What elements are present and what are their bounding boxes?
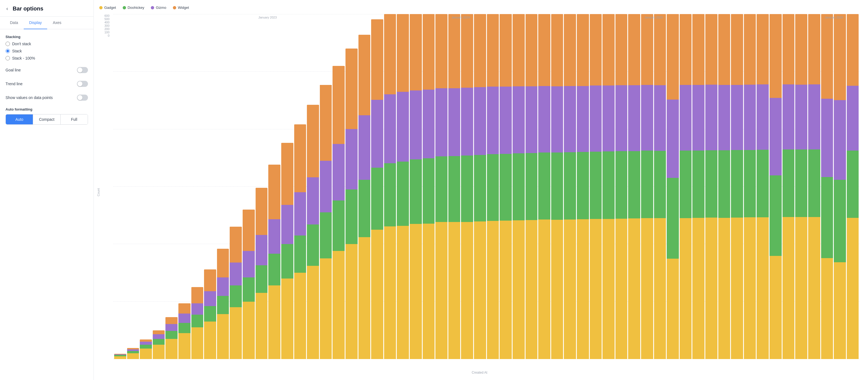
bar-stack [538, 14, 550, 359]
chart-area: GadgetDoohickeyGizmoWidget Count 6005004… [94, 0, 868, 380]
bar-stack [423, 14, 435, 359]
bar-wrapper [538, 14, 550, 359]
bar-segment-gadget [602, 219, 615, 359]
bar-wrapper [718, 14, 731, 359]
bar-wrapper [487, 14, 499, 359]
bar-wrapper [834, 14, 846, 359]
bar-segment-doohickey [770, 176, 782, 256]
bar-wrapper [500, 14, 512, 359]
legend-dot-gadget [99, 6, 102, 9]
bar-segment-gizmo [538, 86, 550, 153]
tab-data[interactable]: Data [4, 17, 24, 29]
legend-dot-doohickey [123, 6, 126, 9]
radio-stack-input[interactable] [5, 49, 10, 53]
radio-stack-100[interactable]: Stack - 100% [5, 56, 88, 60]
bar-segment-widget [307, 105, 319, 177]
trend-line-label: Trend line [5, 82, 23, 86]
x-label: January 2023 [258, 16, 277, 19]
bar-segment-gizmo [333, 144, 345, 200]
bar-wrapper [602, 14, 615, 359]
radio-dont-stack[interactable]: Don't stack [5, 42, 88, 46]
bar-segment-gizmo [628, 85, 640, 151]
radio-dont-stack-label: Don't stack [12, 42, 31, 46]
radio-dont-stack-input[interactable] [5, 42, 10, 46]
bar-segment-gizmo [397, 92, 409, 162]
radio-stack-100-input[interactable] [5, 56, 10, 60]
bar-stack [526, 14, 538, 359]
stacking-section: Stacking Don't stack Stack Stack - 100% [5, 35, 88, 60]
bar-segment-gizmo [461, 88, 473, 156]
bar-stack [127, 348, 139, 359]
bar-segment-gizmo [667, 100, 679, 178]
bar-segment-doohickey [628, 151, 640, 218]
format-compact-button[interactable]: Compact [33, 115, 60, 124]
radio-stack-label: Stack [12, 49, 22, 53]
bar-stack [667, 14, 679, 359]
bar-segment-doohickey [680, 151, 692, 218]
bar-segment-widget [320, 85, 332, 161]
bar-segment-gadget [795, 217, 807, 359]
tab-display[interactable]: Display [24, 17, 48, 29]
bar-wrapper [551, 14, 563, 359]
goal-line-toggle[interactable] [77, 67, 88, 73]
bar-segment-gizmo [256, 235, 268, 265]
bar-segment-doohickey [320, 212, 332, 258]
bar-stack [217, 249, 229, 359]
bar-stack [307, 105, 319, 359]
show-values-toggle[interactable] [77, 95, 88, 101]
bar-segment-gadget [756, 217, 769, 359]
radio-stack-100-label: Stack - 100% [12, 56, 35, 60]
bar-segment-doohickey [795, 150, 807, 217]
legend-label-gadget: Gadget [104, 5, 116, 10]
bar-stack [268, 165, 280, 359]
trend-line-toggle[interactable] [77, 81, 88, 87]
format-full-button[interactable]: Full [60, 115, 88, 124]
bar-segment-gadget [423, 224, 435, 359]
bar-segment-widget [359, 35, 371, 115]
bar-wrapper [384, 14, 396, 359]
bar-segment-gadget [204, 321, 216, 359]
x-label: January 2026 [825, 16, 843, 19]
bar-stack [744, 14, 756, 359]
show-values-row: Show values on data points [5, 93, 88, 102]
bar-segment-gadget [500, 221, 512, 359]
bar-wrapper [615, 14, 627, 359]
tab-axes[interactable]: Axes [47, 17, 67, 29]
bar-segment-gadget [256, 293, 268, 359]
bar-segment-doohickey [590, 152, 602, 219]
bar-segment-gizmo [474, 87, 486, 155]
bar-segment-gizmo [384, 94, 396, 163]
bar-segment-doohickey [654, 151, 666, 218]
y-label: 300 [99, 24, 112, 27]
bar-segment-doohickey [538, 153, 550, 220]
bar-segment-gadget [615, 219, 627, 359]
bar-wrapper [178, 14, 190, 359]
bar-stack [551, 14, 563, 359]
bar-stack [641, 14, 653, 359]
bar-wrapper [230, 14, 242, 359]
bar-stack [782, 14, 795, 359]
bar-segment-doohickey [692, 151, 705, 218]
bar-stack [834, 14, 846, 359]
bar-wrapper [410, 14, 422, 359]
bar-segment-widget [294, 124, 306, 192]
bar-segment-doohickey [204, 306, 216, 321]
y-label: 500 [99, 18, 112, 21]
bar-segment-gadget [127, 353, 139, 359]
bar-segment-gizmo [320, 161, 332, 213]
radio-stack[interactable]: Stack [5, 49, 88, 53]
back-icon[interactable]: ‹ [4, 6, 10, 11]
bar-segment-widget [333, 66, 345, 144]
bar-segment-gizmo [487, 87, 499, 154]
bar-stack [256, 188, 268, 359]
format-auto-button[interactable]: Auto [6, 115, 33, 124]
bar-segment-gizmo [590, 86, 602, 152]
y-label: 600 [99, 14, 112, 18]
bar-wrapper [474, 14, 486, 359]
bar-segment-widget [770, 14, 782, 98]
bar-segment-gadget [114, 356, 126, 359]
bar-stack [461, 14, 473, 359]
bar-segment-gadget [178, 333, 190, 359]
bar-wrapper [513, 14, 525, 359]
bar-wrapper [333, 14, 345, 359]
